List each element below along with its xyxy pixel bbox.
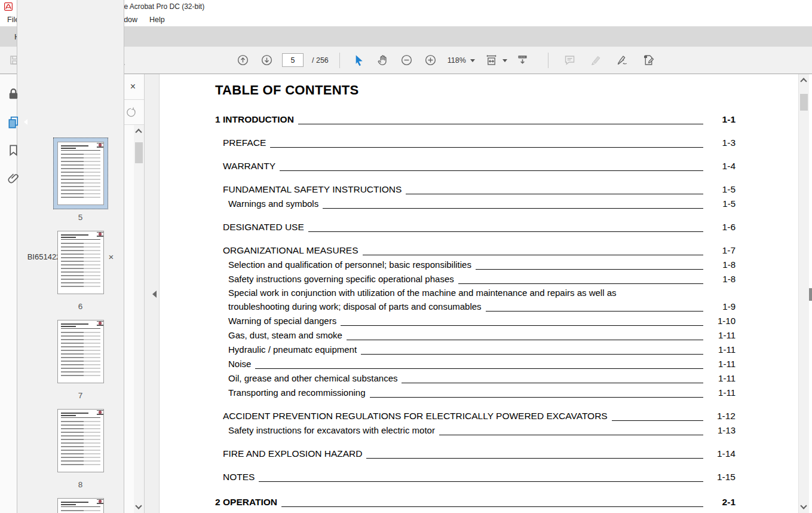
toc-heading: TABLE OF CONTENTS xyxy=(215,83,736,98)
zoom-level-value: 118% xyxy=(448,56,466,65)
attachments-paperclip-icon[interactable] xyxy=(7,172,20,185)
thumbnail-page-number: 6 xyxy=(53,301,108,312)
toolbar-divider xyxy=(339,53,340,68)
toc-entry: 2OPERATION2-1 xyxy=(215,495,736,509)
toc-entry: Safety instructions governing specific o… xyxy=(215,272,736,286)
toc-entry: Safety instructions for excavators with … xyxy=(215,423,736,438)
toc-entry: FIRE AND EXPLOSION HAZARD1-14 xyxy=(215,447,736,461)
menu-help[interactable]: Help xyxy=(143,14,171,25)
pdf-page: TABLE OF CONTENTS 1INTRODUCTION1-1 PREFA… xyxy=(160,74,798,513)
zoom-level-dropdown[interactable]: 118% xyxy=(446,56,476,65)
select-tool-icon[interactable] xyxy=(351,52,367,69)
toc-entry: ORGANIZATIONAL MEASURES1-7 xyxy=(215,243,736,258)
toc-entry: Warning of special dangers1-10 xyxy=(215,314,736,328)
page-total-label: / 256 xyxy=(312,56,329,65)
scroll-mode-icon[interactable] xyxy=(514,52,531,69)
scroll-up-icon[interactable] xyxy=(135,129,142,135)
toc-entry: Selection and qualification of personnel… xyxy=(215,258,736,272)
toc-entry: PREFACE1-3 xyxy=(215,136,736,150)
document-scrollbar[interactable] xyxy=(798,74,809,513)
thumbnail-scrollbar[interactable] xyxy=(134,125,144,513)
toc-entry: WARRANTY1-4 xyxy=(215,159,736,173)
thumbnail-list-container: 5 6 7 8 xyxy=(27,125,144,513)
scroll-down-icon[interactable] xyxy=(135,502,142,509)
toc-entry: Warnings and symbols1-5 xyxy=(215,197,736,211)
tab-bar: Home Tools BI651422.pdf (SEC... × xyxy=(0,26,812,47)
page-thumbnails-panel-icon[interactable] xyxy=(7,115,20,129)
toc-entry: NOTES1-15 xyxy=(215,470,736,484)
zoom-in-icon[interactable] xyxy=(422,52,439,69)
chevron-down-icon xyxy=(470,59,475,65)
toc-entry: ACCIDENT PREVENTION REGULATIONS FOR ELEC… xyxy=(215,409,736,423)
highlight-icon[interactable] xyxy=(588,52,605,69)
document-area: TABLE OF CONTENTS 1INTRODUCTION1-1 PREFA… xyxy=(160,74,812,513)
acrobat-logo-icon xyxy=(4,2,13,11)
scroll-down-icon[interactable] xyxy=(800,502,807,509)
thumbnail-page-6[interactable]: 6 xyxy=(53,227,108,312)
scrollbar-thumb[interactable] xyxy=(135,142,143,163)
thumbnail-page-8[interactable]: 8 xyxy=(53,405,108,490)
comment-icon[interactable] xyxy=(562,52,578,69)
next-page-icon[interactable] xyxy=(258,52,275,69)
thumbnail-page-9[interactable] xyxy=(53,494,108,513)
toolbar-divider xyxy=(548,53,549,68)
toc-entry: Gas, dust, steam and smoke1-11 xyxy=(215,328,736,343)
toc-entry: FUNDAMENTAL SAFETY INSTRUCTIONS1-5 xyxy=(215,182,736,197)
rotate-clockwise-icon[interactable] xyxy=(125,106,137,118)
fit-width-icon xyxy=(483,52,500,69)
hand-tool-icon[interactable] xyxy=(375,52,391,69)
edit-pdf-icon[interactable] xyxy=(641,52,657,69)
security-lock-icon[interactable] xyxy=(7,87,20,101)
page-thumbnails-panel: Page Thumbnails × 5 6 xyxy=(27,74,145,513)
thumbnail-page-7[interactable]: 7 xyxy=(53,316,108,401)
toc-entry: Special work in conjunction with utiliza… xyxy=(215,286,736,300)
toc-entry: Oil, grease and other chemical substance… xyxy=(215,371,736,386)
thumbnail-list: 5 6 7 8 xyxy=(27,125,134,513)
thumbnail-page-number: 7 xyxy=(53,390,108,401)
scroll-up-icon[interactable] xyxy=(800,78,807,84)
fill-sign-icon[interactable] xyxy=(614,52,631,69)
toc-entry: 1INTRODUCTION1-1 xyxy=(215,112,736,127)
page-fit-dropdown[interactable] xyxy=(483,52,507,69)
previous-page-icon[interactable] xyxy=(234,52,251,69)
thumbnail-page-number: 8 xyxy=(53,480,108,490)
toc-entry: DESIGNATED USE1-6 xyxy=(215,220,736,234)
toc-entry: Hydraulic / pneumatc equipment1-11 xyxy=(215,343,736,357)
toc-entry: Noise1-11 xyxy=(215,357,736,371)
thumbnail-page-number: 5 xyxy=(53,212,108,223)
zoom-out-icon[interactable] xyxy=(399,52,415,69)
bookmarks-icon[interactable] xyxy=(7,143,20,157)
thumbnail-page-5[interactable]: 5 xyxy=(53,138,108,223)
collapse-panel-icon[interactable] xyxy=(149,291,157,298)
chevron-down-icon xyxy=(502,59,507,65)
scrollbar-thumb[interactable] xyxy=(800,94,808,111)
toc-entry: Transporting and recommissioning1-11 xyxy=(215,386,736,400)
toc-entry: troubleshooting during work; disposal of… xyxy=(215,300,736,314)
panel-splitter[interactable] xyxy=(145,74,160,513)
collapse-right-pane-handle[interactable] xyxy=(809,288,812,301)
page-number-input[interactable] xyxy=(282,53,304,67)
panel-close-icon[interactable]: × xyxy=(130,81,136,92)
main-area: Page Thumbnails × 5 6 xyxy=(0,74,812,513)
